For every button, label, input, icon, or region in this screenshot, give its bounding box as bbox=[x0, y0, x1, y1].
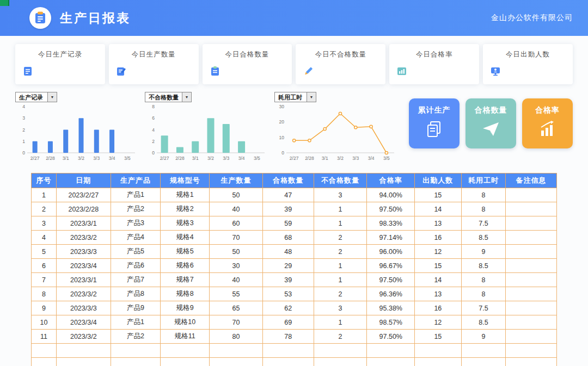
table-cell[interactable] bbox=[506, 259, 557, 273]
table-cell[interactable]: 1 bbox=[314, 202, 367, 216]
table-cell[interactable]: 3 bbox=[32, 216, 57, 231]
chart-filter-labor-hours[interactable]: 耗用工时 ▼ bbox=[274, 92, 316, 102]
cumulative-production-button[interactable]: 累计生产 bbox=[409, 98, 460, 148]
table-cell[interactable]: 10 bbox=[32, 315, 57, 330]
table-cell[interactable] bbox=[506, 344, 557, 358]
table-cell[interactable]: 2 bbox=[32, 202, 57, 216]
table-cell[interactable]: 50 bbox=[210, 188, 263, 202]
table-cell[interactable]: 8.5 bbox=[461, 231, 506, 245]
table-cell[interactable] bbox=[111, 344, 161, 358]
table-cell[interactable]: 1 bbox=[314, 273, 367, 287]
table-cell[interactable]: 产品9 bbox=[111, 301, 161, 315]
table-cell[interactable]: 96.00% bbox=[367, 245, 415, 259]
table-cell[interactable]: 产品1 bbox=[111, 188, 161, 202]
table-cell[interactable]: 6 bbox=[32, 259, 57, 273]
table-cell[interactable]: 80 bbox=[210, 330, 263, 344]
table-cell[interactable] bbox=[32, 344, 57, 358]
table-cell[interactable] bbox=[314, 344, 367, 358]
table-cell[interactable]: 规格5 bbox=[161, 245, 210, 259]
table-cell[interactable]: 2023/3/2 bbox=[56, 330, 111, 344]
table-cell[interactable] bbox=[506, 358, 557, 366]
table-cell[interactable] bbox=[506, 245, 557, 259]
table-cell[interactable]: 98.33% bbox=[367, 216, 415, 231]
table-cell[interactable]: 40 bbox=[210, 273, 263, 287]
table-cell[interactable] bbox=[506, 330, 557, 344]
table-cell[interactable]: 3 bbox=[314, 301, 367, 315]
table-cell[interactable]: 11 bbox=[32, 330, 57, 344]
table-cell[interactable]: 15 bbox=[415, 259, 462, 273]
table-cell[interactable]: 产品2 bbox=[111, 202, 161, 216]
table-cell[interactable]: 8.5 bbox=[461, 259, 506, 273]
chevron-down-icon[interactable]: ▼ bbox=[47, 92, 57, 102]
table-cell[interactable]: 96.36% bbox=[367, 287, 415, 301]
table-cell[interactable] bbox=[506, 216, 557, 231]
table-cell[interactable]: 97.50% bbox=[367, 273, 415, 287]
table-cell[interactable]: 规格4 bbox=[161, 231, 210, 245]
table-cell[interactable]: 产品7 bbox=[111, 273, 161, 287]
table-cell[interactable] bbox=[506, 287, 557, 301]
table-cell[interactable]: 1 bbox=[314, 315, 367, 330]
table-cell[interactable]: 68 bbox=[262, 231, 314, 245]
table-cell[interactable]: 1 bbox=[32, 188, 57, 202]
table-cell[interactable]: 规格8 bbox=[161, 287, 210, 301]
table-cell[interactable] bbox=[415, 344, 462, 358]
table-cell[interactable] bbox=[506, 231, 557, 245]
table-cell[interactable]: 94.00% bbox=[367, 188, 415, 202]
qualified-quantity-button[interactable]: 合格数量 bbox=[465, 98, 516, 148]
table-cell[interactable]: 12 bbox=[415, 245, 462, 259]
table-cell[interactable]: 15 bbox=[415, 330, 462, 344]
table-cell[interactable]: 13 bbox=[415, 287, 462, 301]
table-cell[interactable]: 9 bbox=[461, 330, 506, 344]
table-cell[interactable]: 2023/3/4 bbox=[56, 259, 111, 273]
chart-filter-unqualified-quantity[interactable]: 不合格数量 ▼ bbox=[145, 92, 192, 102]
table-cell[interactable]: 8.5 bbox=[461, 315, 506, 330]
table-cell[interactable]: 98.57% bbox=[367, 315, 415, 330]
table-cell[interactable]: 2023/3/2 bbox=[56, 287, 111, 301]
table-cell[interactable]: 5 bbox=[32, 245, 57, 259]
table-cell[interactable]: 2023/3/1 bbox=[56, 216, 111, 231]
table-cell[interactable] bbox=[210, 344, 263, 358]
table-cell[interactable]: 13 bbox=[415, 216, 462, 231]
table-cell[interactable]: 70 bbox=[210, 231, 263, 245]
table-cell[interactable]: 97.50% bbox=[367, 202, 415, 216]
table-cell[interactable]: 39 bbox=[262, 273, 314, 287]
table-cell[interactable] bbox=[367, 344, 415, 358]
table-cell[interactable]: 2023/2/27 bbox=[56, 188, 111, 202]
table-cell[interactable]: 8 bbox=[461, 188, 506, 202]
chevron-down-icon[interactable]: ▼ bbox=[182, 92, 191, 102]
chevron-down-icon[interactable]: ▼ bbox=[307, 92, 316, 102]
table-cell[interactable]: 7.5 bbox=[461, 301, 506, 315]
table-cell[interactable]: 规格11 bbox=[161, 330, 210, 344]
table-cell[interactable]: 8 bbox=[461, 202, 506, 216]
table-cell[interactable]: 8 bbox=[32, 287, 57, 301]
chart-filter-production-records[interactable]: 生产记录 ▼ bbox=[15, 92, 57, 102]
table-cell[interactable]: 47 bbox=[262, 188, 314, 202]
table-cell[interactable]: 9 bbox=[461, 245, 506, 259]
table-cell[interactable] bbox=[461, 344, 506, 358]
table-cell[interactable]: 30 bbox=[210, 259, 263, 273]
table-cell[interactable]: 59 bbox=[262, 216, 314, 231]
table-cell[interactable]: 规格6 bbox=[161, 259, 210, 273]
table-cell[interactable]: 2023/3/3 bbox=[56, 245, 111, 259]
table-cell[interactable]: 39 bbox=[262, 202, 314, 216]
table-cell[interactable]: 规格10 bbox=[161, 315, 210, 330]
table-cell[interactable]: 29 bbox=[262, 259, 314, 273]
table-cell[interactable]: 14 bbox=[415, 273, 462, 287]
table-cell[interactable]: 9 bbox=[32, 301, 57, 315]
table-cell[interactable]: 55 bbox=[210, 287, 263, 301]
table-cell[interactable]: 97.14% bbox=[367, 231, 415, 245]
table-cell[interactable]: 60 bbox=[210, 216, 263, 231]
table-cell[interactable]: 97.50% bbox=[367, 330, 415, 344]
table-cell[interactable]: 规格3 bbox=[161, 216, 210, 231]
table-cell[interactable]: 16 bbox=[415, 231, 462, 245]
table-cell[interactable] bbox=[367, 358, 415, 366]
table-cell[interactable]: 2023/3/3 bbox=[56, 301, 111, 315]
table-cell[interactable]: 1 bbox=[314, 216, 367, 231]
table-cell[interactable]: 产品3 bbox=[111, 216, 161, 231]
table-cell[interactable]: 15 bbox=[415, 188, 462, 202]
table-cell[interactable]: 48 bbox=[262, 245, 314, 259]
table-cell[interactable]: 规格9 bbox=[161, 301, 210, 315]
table-cell[interactable]: 规格7 bbox=[161, 273, 210, 287]
table-cell[interactable] bbox=[506, 202, 557, 216]
table-cell[interactable]: 产品1 bbox=[111, 315, 161, 330]
